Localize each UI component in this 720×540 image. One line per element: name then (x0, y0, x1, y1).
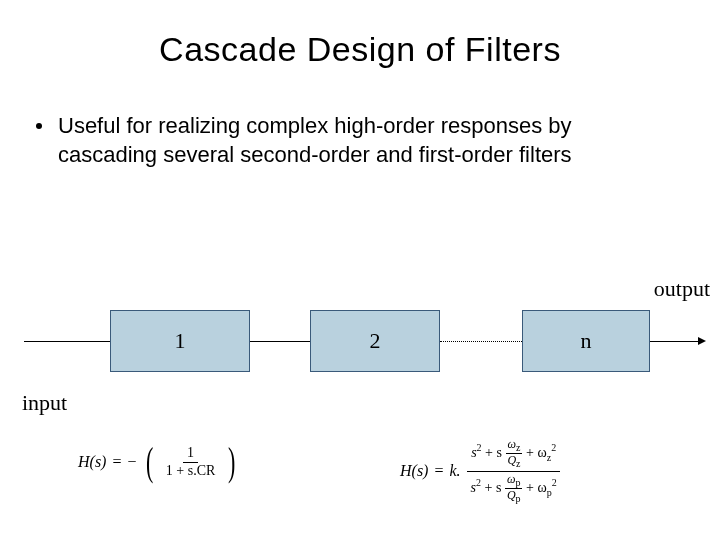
bullet-dot-icon (36, 123, 42, 129)
t: + s (485, 445, 502, 460)
bullet-item: Useful for realizing complex high-order … (36, 111, 670, 169)
t: + ω (526, 480, 547, 495)
eq-lhs: H(s) (78, 453, 106, 471)
block-label: n (581, 328, 592, 354)
eq-fraction: 1 1 + s.CR (162, 446, 220, 478)
t: z (547, 452, 551, 463)
wire-ellipsis (440, 341, 522, 342)
equations-row: H(s) = − ( 1 1 + s.CR ) H(s) = k. s2 + s… (0, 438, 720, 538)
sm-frac: ωz Qz (505, 438, 522, 470)
t: 2 (552, 477, 557, 488)
page-title: Cascade Design of Filters (0, 0, 720, 69)
t: 2 (551, 442, 556, 453)
right-paren-icon: ) (228, 446, 235, 478)
wire-input (24, 341, 110, 342)
t: 2 (476, 477, 481, 488)
output-label: output (654, 276, 710, 302)
left-paren-icon: ( (145, 446, 152, 478)
input-label: input (22, 390, 67, 416)
block-label: 1 (175, 328, 186, 354)
filter-block-1: 1 (110, 310, 250, 372)
t: ω (508, 437, 516, 451)
bullet-list: Useful for realizing complex high-order … (0, 69, 720, 169)
cascade-diagram: output 1 2 n input (0, 270, 720, 430)
t: Q (507, 488, 516, 502)
t: z (516, 442, 520, 453)
t: + s (485, 480, 502, 495)
eq-num: 1 (183, 446, 198, 463)
block-label: 2 (370, 328, 381, 354)
filter-block-2: 2 (310, 310, 440, 372)
eq-num: s2 + s ωz Qz + ωz2 (467, 438, 560, 472)
sm-frac: ωp Qp (505, 473, 523, 505)
eq-lhs: H(s) (400, 462, 428, 480)
equation-second-order: H(s) = k. s2 + s ωz Qz + ωz2 s2 + s ωp Q… (400, 438, 561, 505)
eq-equals: = (434, 462, 443, 480)
arrowhead-icon (698, 337, 706, 345)
wire-1-2 (250, 341, 310, 342)
equation-first-order: H(s) = − ( 1 1 + s.CR ) (78, 446, 239, 478)
t: p (547, 487, 552, 498)
bullet-text: Useful for realizing complex high-order … (58, 111, 670, 169)
wire-output (650, 341, 700, 342)
t: z (516, 459, 520, 470)
eq-k: k. (449, 462, 460, 480)
eq-neg: − (127, 453, 136, 471)
eq-fraction: s2 + s ωz Qz + ωz2 s2 + s ωp Qp + ωp2 (467, 438, 561, 505)
t: p (516, 494, 521, 505)
t: Q (507, 453, 516, 467)
t: + ω (526, 445, 547, 460)
filter-block-n: n (522, 310, 650, 372)
t: p (515, 477, 520, 488)
eq-equals: = (112, 453, 121, 471)
eq-den: 1 + s.CR (162, 463, 220, 479)
t: 2 (477, 442, 482, 453)
eq-den: s2 + s ωp Qp + ωp2 (467, 472, 561, 505)
